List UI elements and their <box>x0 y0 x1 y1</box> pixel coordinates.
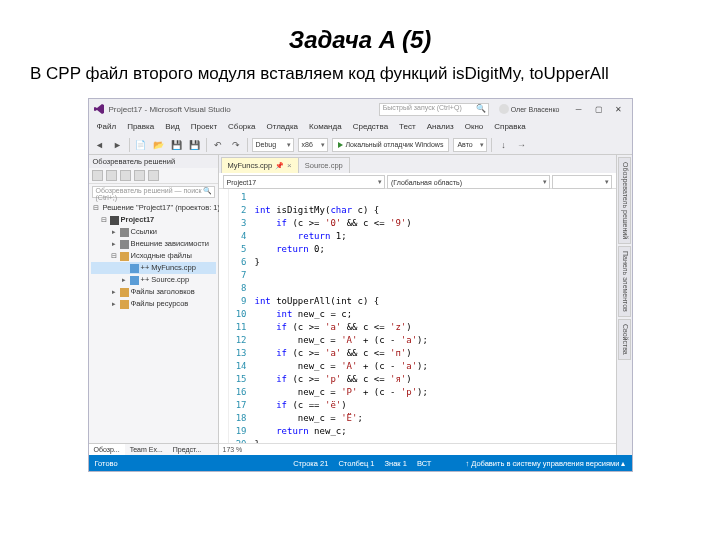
solution-panel-title: Обозреватель решений <box>89 155 218 168</box>
tab-team-explorer[interactable]: Team Ex... <box>125 444 168 455</box>
sol-tool-home-icon[interactable] <box>92 170 103 181</box>
menu-test[interactable]: Тест <box>397 121 418 133</box>
vs-window: Project17 - Microsoft Visual Studio Быст… <box>88 98 633 472</box>
navigation-bar: Project17 (Глобальная область) <box>219 173 616 189</box>
source-code[interactable]: int isDigitMy(char c) { if (c >= '0' && … <box>251 189 616 443</box>
zoom-level[interactable]: 173 % <box>223 446 243 453</box>
start-debug-button[interactable]: Локальный отладчик Windows <box>332 138 450 152</box>
nav-member-combo[interactable] <box>552 175 612 189</box>
tree-headers[interactable]: ▸Файлы заголовков <box>91 286 216 298</box>
menu-window[interactable]: Окно <box>463 121 486 133</box>
status-ins: ВСТ <box>417 459 432 468</box>
editor-area: MyFuncs.cpp📌× Source.cpp Project17 (Глоб… <box>219 155 616 455</box>
code-editor[interactable]: 123456789101112131415161718192021 int is… <box>219 189 616 443</box>
sol-tool-properties-icon[interactable] <box>148 170 159 181</box>
vtab-properties[interactable]: Свойства <box>618 319 631 360</box>
new-file-icon[interactable]: 📄 <box>134 138 148 152</box>
menu-view[interactable]: Вид <box>163 121 181 133</box>
status-col: Столбец 1 <box>338 459 374 468</box>
toolbar: ◄ ► 📄 📂 💾 💾 ↶ ↷ Debug x86 Локальный отла… <box>89 135 632 155</box>
vs-logo-icon <box>93 103 105 115</box>
sol-tool-showall-icon[interactable] <box>134 170 145 181</box>
tab-myfuncs[interactable]: MyFuncs.cpp📌× <box>221 157 299 173</box>
menu-debug[interactable]: Отладка <box>264 121 300 133</box>
solution-toolbar <box>89 168 218 184</box>
menu-help[interactable]: Справка <box>492 121 527 133</box>
quick-launch-input[interactable]: Быстрый запуск (Ctrl+Q) <box>379 103 489 116</box>
project-icon <box>110 216 119 225</box>
redo-icon[interactable]: ↷ <box>229 138 243 152</box>
nav-back-icon[interactable]: ◄ <box>93 138 107 152</box>
status-git-add[interactable]: ↑ Добавить в систему управления версиями… <box>465 459 625 468</box>
user-account[interactable]: Олег Власенко <box>499 104 560 114</box>
title-bar: Project17 - Microsoft Visual Studio Быст… <box>89 99 632 119</box>
save-icon[interactable]: 💾 <box>170 138 184 152</box>
tree-project[interactable]: ⊟Project17 <box>91 214 216 226</box>
pin-icon[interactable]: 📌 <box>275 162 284 170</box>
maximize-button[interactable]: ▢ <box>590 103 608 115</box>
folder-icon <box>120 300 129 309</box>
tree-solution[interactable]: ⊟Решение "Project17" (проектов: 1) <box>91 202 216 214</box>
nav-scope-combo[interactable]: (Глобальная область) <box>387 175 550 189</box>
slide-title: Задача A (5) <box>30 26 690 54</box>
slide-subtitle: В CPP файл второго модуля вставляем код … <box>30 64 690 84</box>
editor-tabs: MyFuncs.cpp📌× Source.cpp <box>219 155 616 173</box>
folder-icon <box>120 288 129 297</box>
close-button[interactable]: ✕ <box>610 103 628 115</box>
open-icon[interactable]: 📂 <box>152 138 166 152</box>
solution-explorer: Обозреватель решений Обозреватель решени… <box>89 155 219 455</box>
tree-external[interactable]: ▸Внешние зависимости <box>91 238 216 250</box>
menu-analyze[interactable]: Анализ <box>425 121 456 133</box>
sol-tool-sync-icon[interactable] <box>120 170 131 181</box>
menu-build[interactable]: Сборка <box>226 121 257 133</box>
tab-solution-explorer[interactable]: Обозр... <box>89 444 125 455</box>
menu-file[interactable]: Файл <box>95 121 119 133</box>
solution-tree: ⊟Решение "Project17" (проектов: 1) ⊟Proj… <box>89 200 218 312</box>
menu-project[interactable]: Проект <box>189 121 219 133</box>
editor-footer: 173 % <box>219 443 616 455</box>
menu-edit[interactable]: Правка <box>125 121 156 133</box>
vtab-toolbox[interactable]: Панель элементов <box>618 246 631 317</box>
right-collapsed-panels: Обозреватель решений Панель элементов Св… <box>616 155 632 455</box>
save-all-icon[interactable]: 💾 <box>188 138 202 152</box>
line-number-gutter: 123456789101112131415161718192021 <box>229 189 251 443</box>
cpp-file-icon <box>130 264 139 273</box>
tree-file-myfuncs[interactable]: ++ MyFuncs.cpp <box>91 262 216 274</box>
nav-project-combo[interactable]: Project17 <box>223 175 386 189</box>
config-combo[interactable]: Debug <box>252 138 294 152</box>
status-line: Строка 21 <box>293 459 328 468</box>
folder-icon <box>120 252 129 261</box>
references-icon <box>120 228 129 237</box>
user-avatar-icon <box>499 104 509 114</box>
tree-file-source[interactable]: ▸++ Source.cpp <box>91 274 216 286</box>
tab-source[interactable]: Source.cpp <box>298 157 350 173</box>
menu-bar: Файл Правка Вид Проект Сборка Отладка Ко… <box>89 119 632 135</box>
status-char: Знак 1 <box>384 459 406 468</box>
fold-margin[interactable] <box>219 189 229 443</box>
auto-combo[interactable]: Авто <box>453 138 487 152</box>
window-title: Project17 - Microsoft Visual Studio <box>109 105 231 114</box>
vtab-solution[interactable]: Обозреватель решений <box>618 157 631 244</box>
sol-tool-refresh-icon[interactable] <box>106 170 117 181</box>
platform-combo[interactable]: x86 <box>298 138 328 152</box>
step-over-icon[interactable]: → <box>514 138 528 152</box>
tree-resources[interactable]: ▸Файлы ресурсов <box>91 298 216 310</box>
status-bar: Готово Строка 21 Столбец 1 Знак 1 ВСТ ↑ … <box>89 455 632 471</box>
nav-fwd-icon[interactable]: ► <box>111 138 125 152</box>
cpp-file-icon <box>130 276 139 285</box>
status-ready: Готово <box>95 459 118 468</box>
minimize-button[interactable]: ─ <box>570 103 588 115</box>
solution-search-input[interactable]: Обозреватель решений — поиск (Ctrl+;) <box>92 186 215 198</box>
tree-source-folder[interactable]: ⊟Исходные файлы <box>91 250 216 262</box>
menu-tools[interactable]: Средства <box>351 121 390 133</box>
close-icon[interactable]: × <box>287 161 292 170</box>
tree-references[interactable]: ▸Ссылки <box>91 226 216 238</box>
step-into-icon[interactable]: ↓ <box>496 138 510 152</box>
menu-team[interactable]: Команда <box>307 121 344 133</box>
play-icon <box>338 142 343 148</box>
external-icon <box>120 240 129 249</box>
tab-class-view[interactable]: Предст... <box>168 444 207 455</box>
solution-bottom-tabs: Обозр... Team Ex... Предст... <box>89 443 218 455</box>
undo-icon[interactable]: ↶ <box>211 138 225 152</box>
